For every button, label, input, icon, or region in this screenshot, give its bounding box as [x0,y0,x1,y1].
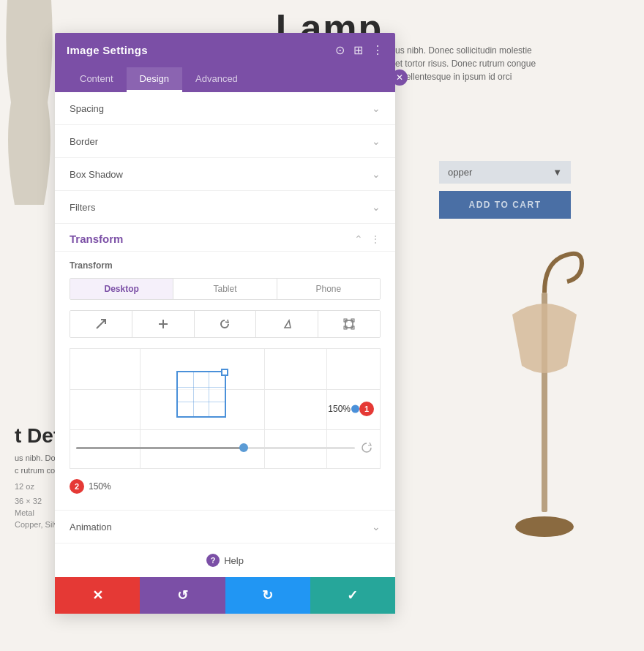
transform-slider-value: 150% [89,481,111,492]
box-inner-v2 [209,372,209,416]
panel-header-icons: ⊙ ⊞ ⋮ [335,43,383,57]
panel-body: Spacing ⌄ Border ⌄ Box Shadow ⌄ Filters … [55,92,395,577]
device-tab-tablet[interactable]: Tablet [173,279,277,299]
help-row[interactable]: ? Help [55,543,395,577]
close-panel-button[interactable]: ✕ [392,69,408,86]
filters-chevron-icon: ⌄ [372,201,381,213]
animation-section[interactable]: Animation ⌄ [55,510,395,543]
filters-label: Filters [70,202,95,213]
svg-point-1 [515,516,574,537]
transform-header: Transform ⌃ ⋮ [55,224,395,252]
slider-reset-icon[interactable] [359,440,374,455]
transform-box[interactable] [176,371,226,418]
box-shadow-section[interactable]: Box Shadow ⌄ [55,158,395,191]
discard-button[interactable]: ✕ [55,577,140,614]
border-section[interactable]: Border ⌄ [55,125,395,158]
box-shadow-chevron-icon: ⌄ [372,168,381,180]
svg-line-2 [97,320,105,328]
tab-content[interactable]: Content [67,67,127,92]
svg-marker-5 [285,320,291,328]
transform-scale-value: 150% [328,404,351,414]
save-button[interactable]: ✓ [310,577,395,614]
border-chevron-icon: ⌄ [372,135,381,147]
tool-skew-icon[interactable] [256,311,318,337]
scale-slider-thumb[interactable] [239,443,248,452]
border-label: Border [70,136,98,147]
box-inner-h2 [178,402,225,402]
tool-move-icon[interactable] [70,311,132,337]
spacing-section[interactable]: Spacing ⌄ [55,92,395,125]
transform-collapse-icon[interactable]: ⌃ [354,233,363,245]
box-shadow-label: Box Shadow [70,169,123,180]
panel-tabs: Content Design Advanced [55,67,395,92]
scale-slider-fill [76,447,244,449]
help-label: Help [224,555,244,566]
transform-badge-1: 1 [359,402,374,416]
box-inner-h [178,387,225,388]
filters-section[interactable]: Filters ⌄ [55,191,395,224]
transform-slider-row [70,440,380,455]
tab-design[interactable]: Design [127,67,182,92]
transform-more-icon[interactable]: ⋮ [370,233,381,245]
panel-header: Image Settings ⊙ ⊞ ⋮ [55,33,395,67]
tab-advanced[interactable]: Advanced [182,67,251,92]
layout-icon[interactable]: ⊞ [353,43,363,57]
tool-icons-row [70,310,381,338]
add-to-cart-button[interactable]: ADD TO CART [439,191,571,219]
device-tabs: Desktop Tablet Phone [70,278,381,300]
transform-header-icons: ⌃ ⋮ [354,233,381,245]
redo-button[interactable]: ↻ [225,577,310,614]
tool-translate-icon[interactable] [132,311,195,337]
focus-icon[interactable]: ⊙ [335,43,345,57]
transform-badge-2: 2 [70,479,84,494]
help-icon: ? [206,554,220,567]
transform-canvas: 150% 1 [70,348,381,469]
panel-footer: ✕ ↺ ↻ ✓ [55,577,395,614]
transform-dot-right[interactable] [351,404,359,413]
lamp-image [468,219,629,585]
tool-rotate-icon[interactable] [195,311,257,337]
spacing-label: Spacing [70,103,104,114]
tool-scale-icon[interactable] [318,311,380,337]
device-tab-desktop[interactable]: Desktop [70,279,173,299]
vase-image [0,0,59,234]
transform-sub-label: Transform [70,260,381,271]
transform-badge-2-row: 2 150% [70,479,381,494]
product-select[interactable]: opper ▼ [439,161,571,184]
transform-box-handle[interactable] [221,369,228,376]
settings-panel: Image Settings ⊙ ⊞ ⋮ Content Design Adva… [55,33,395,614]
transform-content: Transform Desktop Tablet Phone [55,252,395,510]
animation-chevron-icon: ⌄ [372,521,381,533]
undo-button[interactable]: ↺ [140,577,225,614]
spacing-chevron-icon: ⌄ [372,102,381,114]
transform-title: Transform [70,233,123,245]
grid-line-h2 [70,429,380,430]
device-tab-phone[interactable]: Phone [277,279,380,299]
product-section: opper ▼ ADD TO CART [439,161,585,219]
scale-slider-track[interactable] [76,447,355,449]
background-text: us nibh. Donec sollicitudin molestie et … [395,44,571,83]
box-inner-v [193,372,194,416]
more-options-icon[interactable]: ⋮ [372,43,383,57]
panel-title: Image Settings [67,44,148,56]
animation-label: Animation [70,522,112,533]
